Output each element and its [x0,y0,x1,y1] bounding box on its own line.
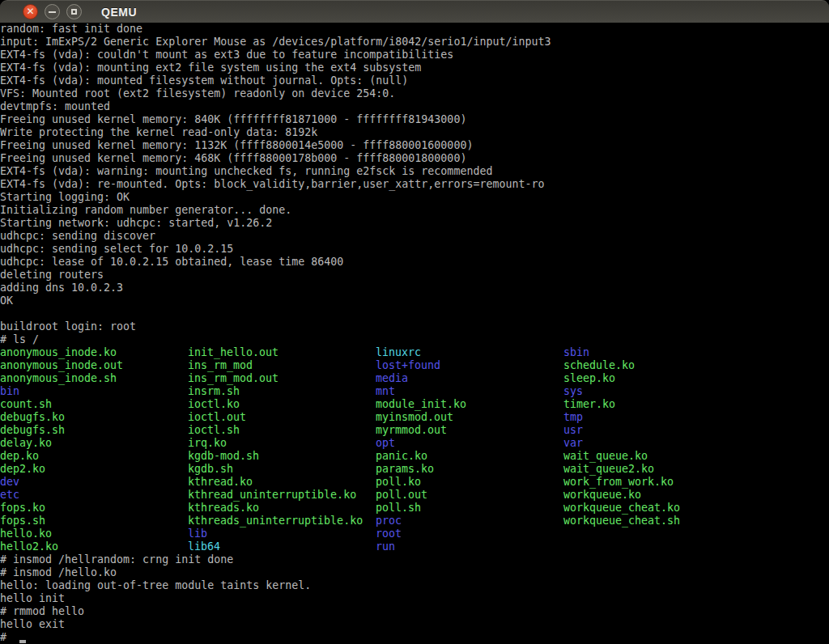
terminal-line: buildroot login: root [0,320,829,333]
qemu-window: ✕ QEMU random: fast init doneinput: ImEx… [0,0,829,644]
file-entry: irq.ko [188,437,227,450]
terminal-line: hello init [0,592,829,605]
file-entry: lib [188,527,207,540]
file-entry: sleep.ko [563,372,615,385]
file-entry: dev [0,476,19,489]
file-entry: kthreads_uninterruptible.ko [188,515,363,527]
file-entry: anonymous_inode.sh [0,372,117,385]
file-entry: workqueue_cheat.ko [563,502,680,515]
file-entry: anonymous_inode.ko [0,346,117,359]
file-entry: mnt [376,385,395,398]
close-button[interactable]: ✕ [23,4,38,19]
file-entry: delay.ko [0,437,52,450]
file-entry: panic.ko [376,450,427,463]
terminal-line: Freeing unused kernel memory: 840K (ffff… [0,113,829,126]
terminal-line: hello: loading out-of-tree module taints… [0,579,829,592]
file-entry: workqueue_cheat.sh [563,515,680,527]
terminal-line: EXT4-fs (vda): mounted filesystem withou… [0,74,829,87]
maximize-button[interactable] [66,4,82,19]
file-entry: anonymous_inode.out [0,359,123,372]
file-entry: opt [376,437,395,450]
listing-row: anonymous_inode.outins_rm_modlost+founds… [0,359,829,372]
file-entry: fops.ko [0,502,45,515]
shell-log: # insmod /hellrandom: crng init done# in… [0,553,829,631]
terminal-line: EXT4-fs (vda): couldn't mount as ext3 du… [0,49,829,61]
terminal-line: input: ImExPS/2 Generic Explorer Mouse a… [0,36,829,49]
maximize-icon [71,9,77,15]
terminal-line: # insmod /hello.ko [0,566,829,579]
file-entry: media [376,372,408,385]
file-entry: hello.ko [0,527,52,540]
listing-row: devkthread.kopoll.kowork_from_work.ko [0,476,829,489]
prompt-row: # [0,631,829,644]
terminal-cursor [19,640,26,643]
file-listing: anonymous_inode.koinit_hello.outlinuxrcs… [0,346,829,553]
file-entry: poll.ko [376,476,421,489]
listing-row: bininsrm.shmntsys [0,385,829,398]
file-entry: etc [0,489,19,502]
file-entry: kgdb.sh [188,463,233,476]
prompt-text: # [0,631,13,643]
listing-row: debugfs.shioctl.shmyrmmod.outusr [0,424,829,437]
file-entry: count.sh [0,398,52,411]
terminal-line: udhcpc: sending select for 10.0.2.15 [0,243,829,256]
listing-row: delay.koirq.kooptvar [0,437,829,450]
terminal-line: Initializing random number generator... … [0,204,829,217]
file-entry: myrmmod.out [376,424,447,437]
terminal-line: adding dns 10.0.2.3 [0,282,829,294]
file-entry: kthreads.ko [188,502,259,515]
terminal-line: deleting routers [0,269,829,282]
file-entry: ioctl.out [188,411,246,424]
minimize-button[interactable] [45,4,60,19]
file-entry: fops.sh [0,515,45,527]
file-entry: kthread.ko [188,476,253,489]
titlebar[interactable]: ✕ QEMU [0,0,829,23]
terminal-line: Write protecting the kernel read-only da… [0,126,829,139]
file-entry: run [376,540,395,553]
file-entry: proc [376,515,402,527]
file-entry: schedule.ko [563,359,635,372]
terminal-line: OK [0,294,829,307]
terminal-line: EXT4-fs (vda): mounting ext2 file system… [0,61,829,74]
file-entry: var [563,437,583,450]
terminal-line: VFS: Mounted root (ext2 filesystem) read… [0,87,829,100]
listing-row: count.shioctl.komodule_init.kotimer.ko [0,398,829,411]
listing-row: etckthread_uninterruptible.kopoll.outwor… [0,489,829,502]
terminal-line: # rmmod hello [0,605,829,618]
listing-row: anonymous_inode.shins_rm_mod.outmediasle… [0,372,829,385]
file-entry: dep2.ko [0,463,45,476]
terminal-line: random: fast init done [0,23,829,36]
file-entry: workqueue.ko [563,489,641,502]
file-entry: kthread_uninterruptible.ko [188,489,356,502]
file-entry: root [376,527,402,540]
listing-row: fops.shkthreads_uninterruptible.koprocwo… [0,515,829,527]
terminal-line: # insmod /hellrandom: crng init done [0,553,829,566]
file-entry: hello2.ko [0,540,58,553]
file-entry: ioctl.sh [188,424,240,437]
file-entry: kgdb-mod.sh [188,450,259,463]
file-entry: poll.sh [376,502,421,515]
boot-log: random: fast init doneinput: ImExPS/2 Ge… [0,23,829,346]
terminal-line: udhcpc: lease of 10.0.2.15 obtained, lea… [0,256,829,269]
close-icon: ✕ [26,6,34,16]
file-entry: dep.ko [0,450,39,463]
file-entry: module_init.ko [376,398,466,411]
file-entry: sys [563,385,583,398]
listing-row: hello2.kolib64run [0,540,829,553]
terminal-line: hello exit [0,618,829,631]
terminal-screen[interactable]: random: fast init doneinput: ImExPS/2 Ge… [0,23,829,644]
file-entry: ioctl.ko [188,398,240,411]
listing-row: anonymous_inode.koinit_hello.outlinuxrcs… [0,346,829,359]
file-entry: wait_queue.ko [563,450,648,463]
file-entry: insrm.sh [188,385,240,398]
terminal-line: devtmpfs: mounted [0,100,829,113]
terminal-line: Starting network: udhcpc: started, v1.26… [0,217,829,230]
window-title: QEMU [101,6,137,19]
terminal-line [0,307,829,320]
file-entry: work_from_work.ko [563,476,674,489]
file-entry: lost+found [376,359,440,372]
terminal-line: EXT4-fs (vda): re-mounted. Opts: block_v… [0,178,829,191]
file-entry: init_hello.out [188,346,278,359]
terminal-line: Freeing unused kernel memory: 468K (ffff… [0,152,829,165]
file-entry: sbin [563,346,589,359]
